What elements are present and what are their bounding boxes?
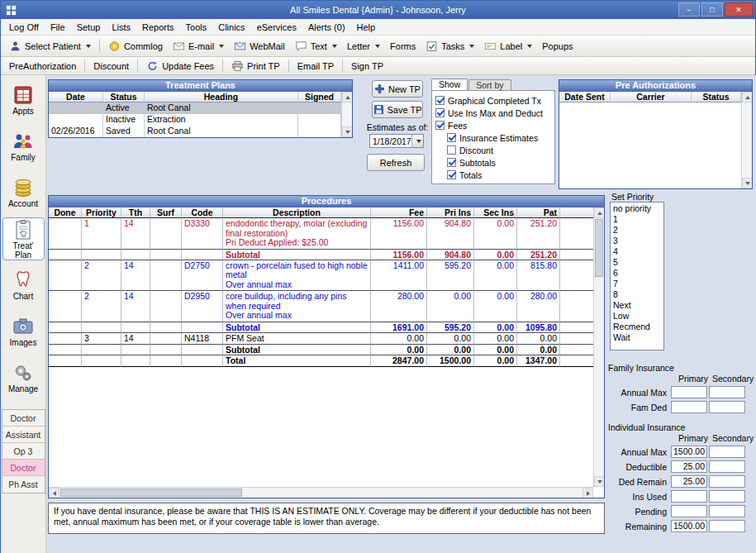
toolbar-button-email-tp[interactable]: Email TP xyxy=(292,60,339,73)
column-header-tth[interactable]: Tth xyxy=(121,207,150,218)
checkbox-icon[interactable] xyxy=(435,96,445,105)
sidebar-module-images[interactable]: Images xyxy=(2,310,45,353)
scroll-right-arrow[interactable] xyxy=(582,488,593,498)
toolbar-button-text[interactable]: Text xyxy=(290,39,342,54)
sidebar-module-manage[interactable]: Manage xyxy=(2,356,45,399)
checkbox-icon[interactable] xyxy=(447,133,456,142)
scroll-up-arrow[interactable] xyxy=(742,92,753,102)
subtotal-row[interactable]: Subtotal1156.00904.800.00251.20 xyxy=(49,250,593,260)
priority-option-6[interactable]: 6 xyxy=(611,268,663,279)
priority-option-low[interactable]: Low xyxy=(611,311,663,322)
dropdown-arrow-icon[interactable] xyxy=(375,45,380,48)
procedures-vertical-scrollbar[interactable] xyxy=(593,207,604,487)
total-row[interactable]: Total2847.001500.000.001347.00 xyxy=(49,355,593,367)
insurance-value-secondary[interactable] xyxy=(709,475,745,488)
subtotal-row[interactable]: Subtotal0.000.000.000.00 xyxy=(49,345,593,355)
priority-option-5[interactable]: 5 xyxy=(611,257,663,268)
insurance-value-primary[interactable] xyxy=(671,386,707,398)
column-header-status[interactable]: Status xyxy=(692,92,741,102)
insurance-value-secondary[interactable] xyxy=(709,446,745,458)
toolbar-button-update-fees[interactable]: Update Fees xyxy=(141,59,219,74)
menu-item-eservices[interactable]: eServices xyxy=(251,20,302,35)
scroll-left-arrow[interactable] xyxy=(49,488,59,498)
scroll-down-arrow[interactable] xyxy=(342,126,353,137)
dropdown-arrow-icon[interactable] xyxy=(219,45,224,48)
sidebar-module-chart[interactable]: Chart xyxy=(2,264,45,307)
sidebar-module-account[interactable]: Account xyxy=(2,171,45,214)
toolbar-button-label[interactable]: Label xyxy=(479,39,537,54)
insurance-value-primary[interactable] xyxy=(671,505,707,517)
checkbox-option-discount[interactable]: Discount xyxy=(435,144,551,156)
scroll-down-arrow[interactable] xyxy=(742,178,753,188)
insurance-value-secondary[interactable] xyxy=(709,490,745,503)
dropdown-arrow-icon[interactable] xyxy=(469,45,474,48)
estimates-date-picker[interactable]: 1/18/2017 xyxy=(369,134,424,148)
column-header-pri-ins[interactable]: Pri Ins xyxy=(427,207,474,218)
toolbar-button-webmail[interactable]: WebMail xyxy=(229,39,290,54)
priority-option-no-priority[interactable]: no priority xyxy=(611,203,663,214)
column-header-status[interactable]: Status xyxy=(103,92,145,102)
dropdown-arrow-icon[interactable] xyxy=(86,45,91,48)
checkbox-option-fees[interactable]: Fees xyxy=(435,119,551,131)
column-header-code[interactable]: Code xyxy=(182,207,223,218)
staff-button-assistant[interactable]: Assistant xyxy=(2,427,45,443)
tab-sort-by[interactable]: Sort by xyxy=(468,79,511,91)
toolbar-button-letter[interactable]: Letter xyxy=(342,40,385,53)
column-header-date-sent[interactable]: Date Sent xyxy=(559,92,611,102)
dropdown-arrow-icon[interactable] xyxy=(527,45,532,48)
priority-option-8[interactable]: 8 xyxy=(611,289,663,300)
insurance-value-secondary[interactable] xyxy=(709,520,745,532)
menu-item-lists[interactable]: Lists xyxy=(106,20,136,35)
subtotal-row[interactable]: Subtotal1691.00595.200.001095.80 xyxy=(49,322,593,333)
treatment-plan-row[interactable]: InactiveExtraction xyxy=(49,114,352,126)
priority-option-wait[interactable]: Wait xyxy=(611,332,663,343)
menu-item-reports[interactable]: Reports xyxy=(136,20,180,35)
scroll-down-arrow[interactable] xyxy=(594,476,605,487)
column-header-description[interactable]: Description xyxy=(223,207,371,218)
sidebar-module-family[interactable]: Family xyxy=(2,125,45,168)
staff-button-op-3[interactable]: Op 3 xyxy=(2,443,45,460)
priority-option-2[interactable]: 2 xyxy=(611,225,663,236)
checkbox-option-insurance-estimates[interactable]: Insurance Estimates xyxy=(435,131,551,144)
scrollbar-thumb[interactable] xyxy=(60,489,242,497)
column-header-done[interactable]: Done xyxy=(49,207,82,218)
new-tp-button[interactable]: New TP xyxy=(372,80,423,98)
refresh-button[interactable]: Refresh xyxy=(367,154,425,171)
scroll-up-arrow[interactable] xyxy=(594,207,605,218)
maximize-button[interactable]: □ xyxy=(701,2,723,17)
checkbox-option-graphical-completed-tx[interactable]: Graphical Completed Tx xyxy=(435,94,551,107)
priority-option-recmend[interactable]: Recmend xyxy=(611,322,663,332)
toolbar-button-sign-tp[interactable]: Sign TP xyxy=(346,60,388,73)
staff-button-doctor[interactable]: Doctor xyxy=(2,410,45,427)
column-header-fee[interactable]: Fee xyxy=(371,207,427,218)
staff-button-doctor[interactable]: Doctor xyxy=(2,460,45,476)
column-header-priority[interactable]: Priority xyxy=(82,207,121,218)
checkbox-option-use-ins-max-and-deduct[interactable]: Use Ins Max and Deduct xyxy=(435,107,551,119)
priority-option-7[interactable]: 7 xyxy=(611,279,663,289)
procedure-row[interactable]: 314N4118PFM Seat0.000.000.000.00 xyxy=(49,333,593,346)
procedures-horizontal-scrollbar[interactable] xyxy=(49,487,593,498)
toolbar-button-preauthorization[interactable]: PreAuthorization xyxy=(4,60,81,73)
column-header-surf[interactable]: Surf xyxy=(150,207,182,218)
toolbar-button-popups[interactable]: Popups xyxy=(537,40,578,53)
minimize-button[interactable]: − xyxy=(678,2,700,17)
menu-item-help[interactable]: Help xyxy=(351,20,382,35)
treatment-plan-row[interactable]: ActiveRoot Canal xyxy=(49,102,352,114)
insurance-value-primary[interactable]: 1500.00 xyxy=(671,446,707,458)
toolbar-button-commlog[interactable]: Commlog xyxy=(103,39,168,54)
calendar-dropdown-icon[interactable] xyxy=(411,135,423,147)
procedure-row[interactable]: 214D2950core buildup, including any pins… xyxy=(49,291,593,322)
insurance-value-secondary[interactable] xyxy=(709,401,745,413)
checkbox-icon[interactable] xyxy=(447,158,456,167)
toolbar-button-tasks[interactable]: Tasks xyxy=(421,39,479,54)
scroll-up-arrow[interactable] xyxy=(342,92,353,102)
dropdown-arrow-icon[interactable] xyxy=(332,45,337,48)
treatment-plan-row[interactable]: 02/26/2016SavedRoot Canal xyxy=(49,126,352,137)
column-header-heading[interactable]: Heading xyxy=(145,92,298,102)
insurance-value-primary[interactable]: 25.00 xyxy=(671,460,707,473)
menu-item-clinics[interactable]: Clinics xyxy=(212,20,250,35)
toolbar-button-select-patient[interactable]: Select Patient xyxy=(4,39,96,54)
menu-item-setup[interactable]: Setup xyxy=(71,20,107,35)
priority-option-4[interactable]: 4 xyxy=(611,246,663,257)
insurance-value-primary[interactable] xyxy=(671,401,707,413)
